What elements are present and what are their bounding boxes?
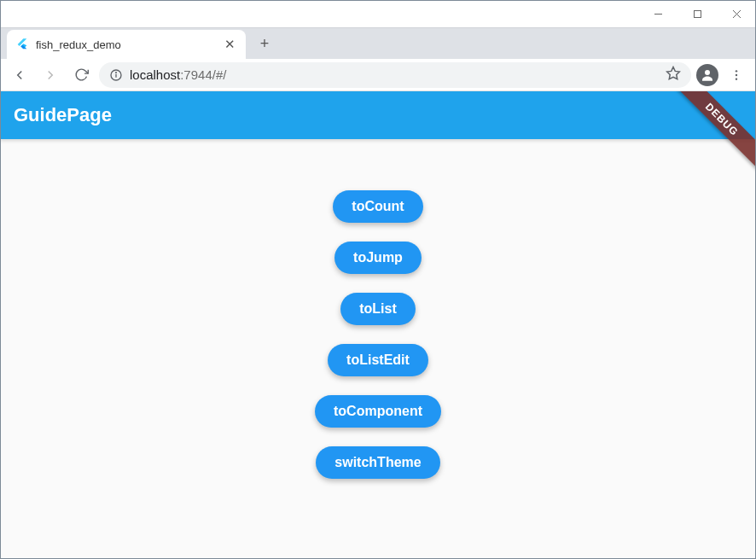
nav-button-tocount[interactable]: toCount [333,190,422,223]
svg-point-10 [736,73,737,75]
window-close-button[interactable] [717,0,756,27]
tab-close-button[interactable]: ✕ [222,37,237,52]
nav-button-tolistedit[interactable]: toListEdit [328,344,428,376]
svg-point-6 [116,72,117,73]
nav-button-switchtheme[interactable]: switchTheme [316,446,439,479]
bookmark-star-icon[interactable] [666,66,681,84]
svg-point-9 [736,70,737,72]
browser-menu-button[interactable] [724,68,749,82]
browser-tab-active[interactable]: fish_redux_demo ✕ [7,30,246,59]
svg-rect-1 [694,10,701,17]
flutter-favicon-icon [15,38,29,51]
window-maximize-button[interactable] [677,0,717,27]
site-info-icon[interactable] [109,68,123,82]
browser-chrome: fish_redux_demo ✕ + localhost:7944/#/ [0,27,756,91]
window-minimize-button[interactable] [638,0,677,27]
profile-avatar-icon[interactable] [696,64,718,86]
app-bar: GuidePage [0,91,756,139]
new-tab-button[interactable]: + [253,32,276,55]
url-text: localhost:7944/#/ [130,67,659,82]
nav-reload-button[interactable] [68,62,94,88]
nav-forward-button[interactable] [38,62,63,88]
tab-title: fish_redux_demo [36,38,215,51]
svg-point-8 [705,70,710,75]
page-title: GuidePage [14,104,112,126]
url-host: localhost [130,67,180,82]
app-body: toCount toJump toList toListEdit toCompo… [0,139,756,559]
window-controls [638,0,756,27]
nav-button-tocomponent[interactable]: toComponent [315,395,441,428]
app-viewport: GuidePage DEBUG toCount toJump toList to… [0,91,756,559]
url-path: :7944/#/ [180,67,226,82]
address-bar[interactable]: localhost:7944/#/ [99,62,691,88]
svg-marker-7 [667,67,680,79]
window-titlebar [0,0,756,27]
nav-button-tojump[interactable]: toJump [334,242,422,274]
browser-toolbar: localhost:7944/#/ [0,59,756,91]
nav-back-button[interactable] [7,62,32,88]
tab-strip: fish_redux_demo ✕ + [0,28,756,59]
svg-point-11 [736,78,737,79]
nav-button-tolist[interactable]: toList [340,293,416,325]
